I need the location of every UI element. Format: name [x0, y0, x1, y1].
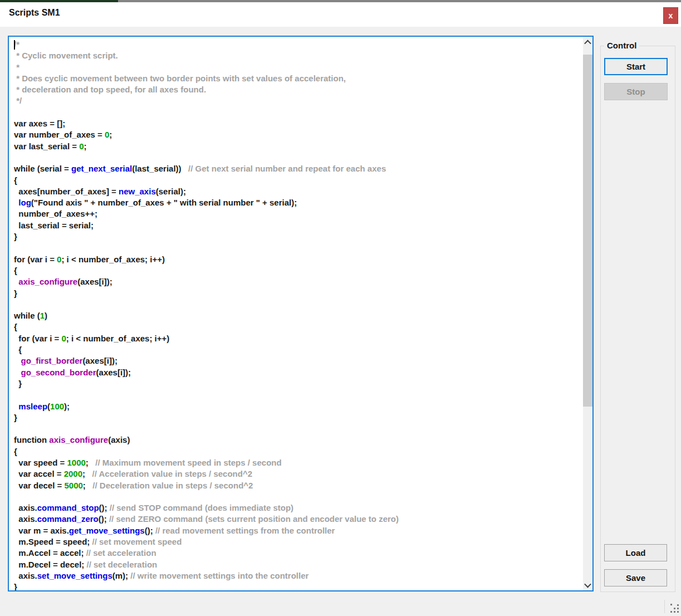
load-button-label: Load [626, 548, 646, 558]
code-line: * Cyclic movement script. [14, 50, 581, 61]
title-bar: Scripts SM1 x [0, 2, 681, 27]
code-line: function axis_configure(axis) [14, 434, 581, 446]
start-button[interactable]: Start [604, 58, 668, 75]
code-line: msleep(100); [14, 401, 581, 412]
resize-grip-icon [670, 604, 672, 605]
code-line: var m = axis.get_move_settings(); // rea… [14, 525, 581, 536]
code-line: * [14, 62, 581, 73]
code-line: axes[number_of_axes] = new_axis(serial); [14, 186, 581, 197]
scrollbar-thumb[interactable] [583, 55, 592, 407]
code-line: * deceleration and top speed, for all ax… [14, 84, 581, 95]
code-line: } [14, 231, 581, 242]
script-editor-textbox[interactable]: /* * Cyclic movement script. * * Does cy… [8, 36, 594, 591]
chevron-down-icon [584, 580, 591, 588]
stop-button-label: Stop [626, 87, 645, 96]
code-line: } [14, 288, 581, 299]
resize-grip[interactable] [670, 604, 680, 614]
statusbar-separator [664, 600, 665, 613]
code-content[interactable]: /* * Cyclic movement script. * * Does cy… [9, 37, 583, 590]
code-line: m.Decel = decel; // set deceleration [14, 559, 581, 570]
code-line: axis.set_move_settings(m); // write move… [14, 570, 581, 581]
dialog-client-area: /* * Cyclic movement script. * * Does cy… [0, 27, 681, 616]
code-line: } [14, 581, 581, 590]
code-line: { [14, 321, 581, 333]
close-button[interactable]: x [663, 7, 678, 24]
code-line: go_first_border(axes[i]); [14, 355, 581, 366]
stop-button[interactable]: Stop [604, 83, 668, 100]
code-line: var speed = 1000; // Maximum movement sp… [14, 457, 581, 468]
code-line [14, 242, 581, 253]
code-line: m.Speed = speed; // set movement speed [14, 536, 581, 547]
scroll-down-button[interactable] [583, 579, 592, 590]
code-line: var axes = []; [14, 118, 581, 129]
chevron-up-icon [584, 40, 591, 47]
code-line: number_of_axes++; [14, 208, 581, 219]
code-line: { [14, 265, 581, 276]
code-line: axis.command_zero(); // send ZERO comman… [14, 514, 581, 525]
code-line: { [14, 446, 581, 457]
code-line [14, 423, 581, 434]
save-button[interactable]: Save [604, 569, 667, 586]
code-line: * Does cyclic movement between two borde… [14, 73, 581, 84]
code-line: } [14, 378, 581, 389]
code-line: last_serial = serial; [14, 220, 581, 231]
code-line: axis_configure(axes[i]); [14, 276, 581, 287]
scroll-up-button[interactable] [583, 37, 592, 48]
window-title: Scripts SM1 [9, 8, 60, 18]
code-line: while (1) [14, 310, 581, 321]
save-button-label: Save [626, 573, 645, 583]
code-line: var number_of_axes = 0; [14, 129, 581, 140]
start-button-label: Start [626, 62, 645, 71]
code-line [14, 389, 581, 400]
control-group-label: Control [604, 41, 639, 50]
code-line: var accel = 2000; // Acceleration value … [14, 468, 581, 480]
code-line: m.Accel = accel; // set acceleration [14, 547, 581, 559]
code-line: log("Found axis " + number_of_axes + " w… [14, 197, 581, 208]
code-line: { [14, 175, 581, 186]
code-line: axis.command_stop(); // send STOP comman… [14, 502, 581, 514]
code-line: /* [14, 39, 581, 50]
vertical-scrollbar[interactable] [583, 37, 592, 590]
code-line: { [14, 344, 581, 355]
text-caret [14, 40, 15, 50]
code-line: var decel = 5000; // Deceleration value … [14, 480, 581, 491]
control-group-box: Control Start Stop Load Save [600, 46, 675, 592]
code-line: go_second_border(axes[i]); [14, 367, 581, 378]
code-line: for (var i = 0; i < number_of_axes; i++) [14, 254, 581, 265]
code-line [14, 299, 581, 310]
code-line [14, 491, 581, 502]
code-line: */ [14, 95, 581, 106]
code-line [14, 107, 581, 118]
code-line: var last_serial = 0; [14, 141, 581, 152]
close-icon: x [669, 11, 673, 20]
code-line [14, 152, 581, 163]
code-line: } [14, 412, 581, 423]
code-line: while (serial = get_next_serial(last_ser… [14, 163, 581, 174]
load-button[interactable]: Load [604, 544, 667, 561]
code-line: for (var i = 0; i < number_of_axes; i++) [14, 333, 581, 344]
